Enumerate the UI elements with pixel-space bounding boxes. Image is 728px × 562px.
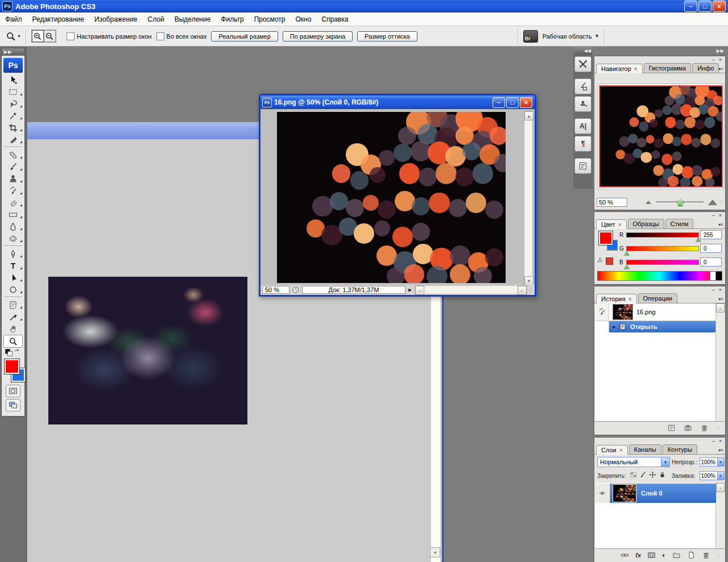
doc-minimize-button[interactable]: – <box>493 97 505 108</box>
slider-thumb[interactable] <box>677 198 684 206</box>
tab-styles[interactable]: Стили <box>665 219 694 228</box>
channel-r-value[interactable]: 255 <box>700 230 722 239</box>
panel-minimize-button[interactable]: – <box>712 57 715 62</box>
brush-tool[interactable] <box>2 161 24 173</box>
menu-item-view[interactable]: Просмотр <box>249 14 291 25</box>
lock-pixels-icon[interactable] <box>639 471 647 478</box>
eye-icon[interactable] <box>598 490 607 497</box>
layer-visibility-cell[interactable] <box>595 484 610 503</box>
dock-header[interactable]: ▶▶ <box>593 47 728 55</box>
foreground-color-swatch[interactable] <box>5 359 19 374</box>
scroll-left-button[interactable]: ◄ <box>415 286 424 295</box>
scroll-up-button[interactable]: ▲ <box>716 303 725 313</box>
move-tool[interactable] <box>2 74 24 86</box>
toolbox-collapse-header[interactable]: ▶▶ <box>2 48 24 56</box>
menu-item-layer[interactable]: Слой <box>143 14 169 25</box>
fill-value[interactable]: 100% <box>700 471 718 480</box>
marquee-tool[interactable] <box>2 86 24 98</box>
channel-b-value[interactable]: 0 <box>700 257 722 267</box>
status-menu-arrow[interactable]: ► <box>406 287 415 293</box>
minimize-button[interactable]: – <box>684 1 697 12</box>
layer-row[interactable]: Слой 0 <box>595 484 716 503</box>
document-titlebar[interactable]: Ps 16.png @ 50% (Слой 0, RGB/8#) – □ × <box>260 95 535 109</box>
swap-colors-icon[interactable] <box>13 349 21 356</box>
delete-state-icon[interactable] <box>700 424 709 432</box>
gradient-tool[interactable] <box>2 209 24 220</box>
new-layer-icon[interactable] <box>687 551 696 559</box>
close-button[interactable]: × <box>713 1 726 12</box>
paragraph-panel-button[interactable]: ¶ <box>574 136 592 152</box>
fit-screen-button[interactable]: По размеру экрана <box>283 31 353 41</box>
screen-mode-button[interactable] <box>6 399 20 411</box>
navigator-preview[interactable] <box>597 84 725 189</box>
navigator-zoom-slider[interactable] <box>656 201 704 203</box>
hand-tool[interactable] <box>2 323 24 335</box>
menu-item-edit[interactable]: Редактирование <box>27 14 89 25</box>
tab-color[interactable]: Цвет × <box>596 219 627 229</box>
layer-comps-panel-button[interactable] <box>574 158 592 174</box>
eyedropper-tool[interactable] <box>2 311 24 323</box>
clone-source-panel-button[interactable] <box>574 96 592 112</box>
resize-windows-checkbox[interactable]: Настраивать размер окон <box>67 32 152 40</box>
status-info-icon[interactable] <box>289 286 302 294</box>
zoom-in-mountain-icon[interactable] <box>708 199 717 205</box>
doc-close-button[interactable]: × <box>520 97 532 108</box>
panel-resize-grip[interactable]: ∷ <box>720 199 723 205</box>
type-tool[interactable]: T <box>2 260 24 272</box>
slice-tool[interactable] <box>2 134 24 145</box>
history-scrollbar[interactable]: ▲ <box>715 303 725 422</box>
fill-field[interactable]: 100% ► <box>700 471 725 480</box>
pen-tool[interactable] <box>2 248 24 260</box>
tab-close-icon[interactable]: × <box>619 447 623 453</box>
menu-item-help[interactable]: Справка <box>316 14 353 25</box>
bridge-button[interactable]: Br <box>523 30 538 43</box>
maximize-button[interactable]: □ <box>698 1 712 12</box>
tab-swatches[interactable]: Образцы <box>628 219 664 228</box>
tab-info[interactable]: Инфо <box>692 63 719 73</box>
menu-item-image[interactable]: Изображение <box>89 14 143 25</box>
history-brush-tool[interactable] <box>2 185 24 197</box>
scroll-up-button[interactable]: ▲ <box>716 483 725 492</box>
channel-b-slider[interactable] <box>626 260 699 265</box>
menu-item-file[interactable]: Файл <box>0 14 27 25</box>
add-layer-mask-icon[interactable] <box>647 551 656 559</box>
panel-menu-icon[interactable]: ▾≡ <box>718 66 723 72</box>
crop-tool[interactable] <box>2 122 24 134</box>
doc-hscrollbar[interactable]: ◄ ► <box>415 285 527 294</box>
checkbox-box[interactable] <box>67 32 75 40</box>
menu-item-filter[interactable]: Фильтр <box>216 14 249 25</box>
channel-r-slider[interactable] <box>626 232 699 238</box>
magic-wand-tool[interactable] <box>2 110 24 122</box>
tab-close-icon[interactable]: × <box>618 222 622 228</box>
set-history-source-cell[interactable] <box>595 303 609 320</box>
panel-close-button[interactable]: × <box>719 439 722 443</box>
new-snapshot-icon[interactable] <box>684 424 692 432</box>
panel-resize-grip[interactable]: ∷ <box>717 552 720 558</box>
tab-paths[interactable]: Контуры <box>663 444 697 454</box>
app-titlebar[interactable]: Ps Adobe Photoshop CS3 – □ × <box>0 0 728 13</box>
gamut-warning-icon[interactable]: ⚠ <box>597 256 603 264</box>
healing-brush-tool[interactable] <box>2 149 24 161</box>
blend-mode-dropdown[interactable]: Нормальный ▼ <box>597 457 670 467</box>
scroll-up-button[interactable]: ▲ <box>524 111 533 120</box>
lock-position-icon[interactable] <box>649 471 656 478</box>
layer-style-icon[interactable]: fx <box>635 552 641 559</box>
panel-menu-icon[interactable]: ▾≡ <box>718 297 723 302</box>
panel-resize-grip[interactable]: ∷ <box>717 425 720 431</box>
dodge-tool[interactable] <box>2 232 24 244</box>
tab-actions[interactable]: Операции <box>638 293 677 303</box>
menu-item-window[interactable]: Окно <box>290 14 316 25</box>
spin-arrow-icon[interactable]: ► <box>718 457 725 467</box>
panel-close-button[interactable]: × <box>719 213 722 218</box>
menu-item-select[interactable]: Выделение <box>169 14 216 25</box>
history-state-open[interactable]: ► Открыть <box>595 321 716 332</box>
lasso-tool[interactable] <box>2 98 24 110</box>
clone-stamp-tool[interactable] <box>2 173 24 185</box>
doc-vscrollbar[interactable]: ▲ ▼ <box>524 111 533 286</box>
panel-minimize-button[interactable]: – <box>712 288 715 292</box>
image-canvas[interactable] <box>277 112 506 283</box>
tool-preset-arrow-icon[interactable]: ▼ <box>17 34 21 38</box>
new-document-from-state-icon[interactable] <box>667 424 676 432</box>
dock-collapse-header[interactable]: ∷ ◀◀ <box>573 47 593 55</box>
panel-menu-icon[interactable]: ▾≡ <box>718 448 723 453</box>
